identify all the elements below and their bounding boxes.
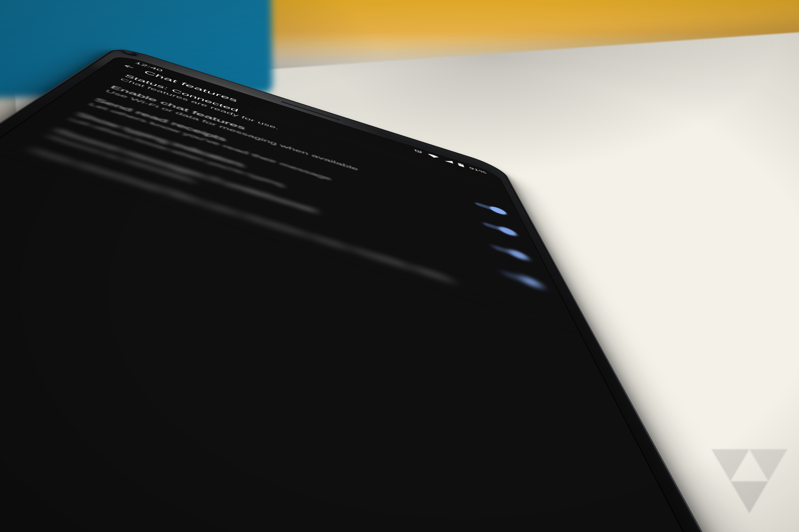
arrow-back-icon [121, 63, 137, 70]
svg-marker-12 [711, 449, 749, 481]
svg-marker-13 [749, 449, 787, 481]
site-watermark [711, 449, 787, 514]
photo-scene: 12:40 91% [0, 0, 799, 532]
phone: 12:40 91% [0, 0, 566, 532]
svg-marker-14 [730, 481, 768, 513]
switch-resend-undelivered[interactable] [501, 269, 543, 289]
